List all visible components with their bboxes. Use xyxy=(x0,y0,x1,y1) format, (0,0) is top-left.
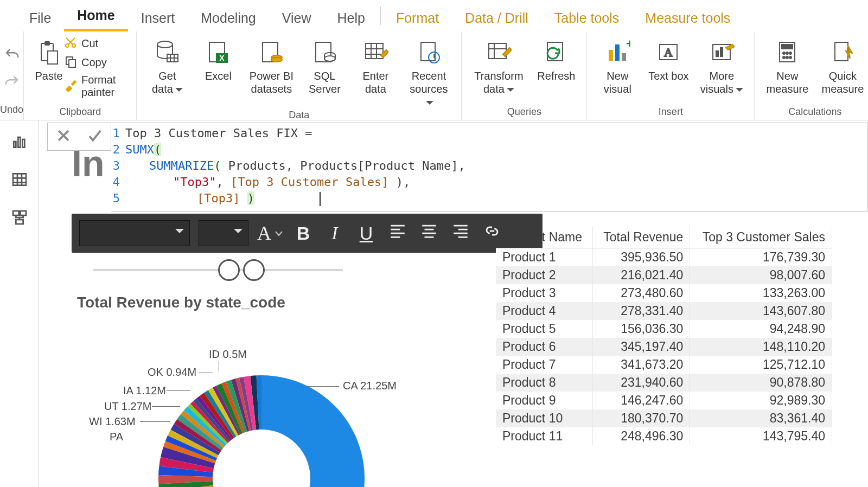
tab-modeling[interactable]: Modeling xyxy=(188,6,269,31)
pie-label-pa: PA xyxy=(110,431,123,443)
table-row[interactable]: Product 8231,940.6090,878.80 xyxy=(496,374,832,392)
table-row[interactable]: Product 4278,331.40143,607.80 xyxy=(496,302,832,320)
scissors-icon xyxy=(64,36,77,52)
table-row[interactable]: Product 2216,021.4098,007.60 xyxy=(496,266,832,284)
cell-revenue: 146,247.60 xyxy=(593,392,690,409)
format-painter-button[interactable]: Format painter xyxy=(64,74,126,99)
commit-formula-button[interactable] xyxy=(87,127,103,146)
cancel-formula-button[interactable] xyxy=(55,127,72,146)
paste-button[interactable]: Paste xyxy=(34,35,64,82)
redo-button[interactable] xyxy=(4,74,20,92)
product-table[interactable]: Product Name Total Revenue Top 3 Custome… xyxy=(496,227,868,445)
slider-handle-high[interactable] xyxy=(243,259,265,281)
table-row[interactable]: Product 9146,247.6092,989.30 xyxy=(496,392,832,409)
font-size-dropdown[interactable] xyxy=(199,220,248,246)
svg-rect-18 xyxy=(421,42,435,61)
cell-product: Product 8 xyxy=(496,374,593,392)
table-row[interactable]: Product 1395,936.50176,739.30 xyxy=(496,248,832,267)
svg-rect-46 xyxy=(16,220,23,224)
recent-icon xyxy=(413,37,444,67)
enter-data-button[interactable]: Enter data xyxy=(355,35,396,95)
col-total-revenue[interactable]: Total Revenue xyxy=(593,227,690,248)
report-view-button[interactable] xyxy=(8,130,31,153)
new-visual-button[interactable]: +New visual xyxy=(597,35,638,95)
text-box-button[interactable]: AText box xyxy=(648,35,689,82)
table-row[interactable]: Product 10180,370.7083,361.40 xyxy=(496,409,832,427)
svg-rect-23 xyxy=(615,44,620,61)
excel-button[interactable]: XExcel xyxy=(197,35,239,82)
tab-format[interactable]: Format xyxy=(383,6,452,31)
italic-button[interactable]: I xyxy=(323,223,346,244)
tab-data-drill[interactable]: Data / Drill xyxy=(452,6,541,31)
pbi-datasets-button[interactable]: Power BI datasets xyxy=(248,35,294,95)
align-center-button[interactable] xyxy=(418,222,441,245)
undo-button[interactable] xyxy=(4,47,20,65)
align-left-button[interactable] xyxy=(386,222,409,245)
svg-rect-44 xyxy=(13,211,19,215)
cell-product: Product 2 xyxy=(496,266,593,284)
svg-text:+: + xyxy=(626,39,630,50)
sql-server-button[interactable]: SQL Server xyxy=(304,35,345,95)
cell-top3: 90,878.80 xyxy=(690,374,832,392)
copy-icon xyxy=(64,55,77,71)
range-slider[interactable] xyxy=(93,259,343,281)
pie-label-id: ID 0.5M xyxy=(209,348,247,361)
pie-chart-title: Total Revenue by state_code xyxy=(77,294,285,311)
data-view-button[interactable] xyxy=(8,168,31,191)
cut-button[interactable]: Cut xyxy=(64,36,126,52)
quick-measure-button[interactable]: Quick measure xyxy=(820,35,865,95)
cell-product: Product 7 xyxy=(496,356,593,374)
font-color-button[interactable]: A xyxy=(257,222,283,245)
svg-rect-20 xyxy=(489,43,506,59)
pie-label-ok: OK 0.94M xyxy=(148,366,196,379)
tab-measure-tools[interactable]: Measure tools xyxy=(632,6,743,31)
svg-rect-32 xyxy=(782,44,793,49)
tab-help[interactable]: Help xyxy=(324,6,378,31)
refresh-icon xyxy=(541,37,571,67)
pie-label-ca: CA 21.25M xyxy=(343,380,397,392)
svg-point-14 xyxy=(271,57,282,62)
queries-group-label: Queries xyxy=(471,105,577,118)
clipboard-group-label: Clipboard xyxy=(34,105,126,118)
model-view-button[interactable] xyxy=(8,206,31,229)
refresh-button[interactable]: Refresh xyxy=(535,35,577,82)
table-row[interactable]: Product 6345,197.40148,110.20 xyxy=(496,338,832,356)
more-visuals-button[interactable]: More visuals xyxy=(699,35,744,95)
tab-file[interactable]: File xyxy=(16,6,64,31)
data-group-label: Data xyxy=(146,108,451,121)
cell-revenue: 156,036.30 xyxy=(593,320,690,338)
calculations-group: New measure Quick measure Calculations xyxy=(755,31,868,120)
svg-point-36 xyxy=(783,56,785,59)
formula-editor[interactable]: 1Top 3 Customer Sales FIX = 2SUMX( 3SUMM… xyxy=(111,123,868,212)
ribbon-tabstrip: File Home Insert Modeling View Help Form… xyxy=(0,0,868,31)
col-top3-sales[interactable]: Top 3 Customer Sales xyxy=(690,227,832,248)
copy-button[interactable]: Copy xyxy=(64,55,126,71)
paintbrush-icon xyxy=(64,79,77,94)
table-row[interactable]: Product 7341,673.20125,712.10 xyxy=(496,356,832,374)
svg-text:X: X xyxy=(220,54,225,62)
tab-view[interactable]: View xyxy=(269,6,324,31)
tab-table-tools[interactable]: Table tools xyxy=(541,6,633,31)
svg-text:A: A xyxy=(664,46,673,59)
tab-home[interactable]: Home xyxy=(64,3,127,31)
table-row[interactable]: Product 3273,480.60133,263.00 xyxy=(496,284,832,302)
table-row[interactable]: Product 11248,496.30143,795.40 xyxy=(496,427,832,445)
align-right-button[interactable] xyxy=(449,222,472,245)
report-canvas[interactable]: In 1Top 3 Customer Sales FIX = 2SUMX( 3S… xyxy=(39,120,868,487)
svg-rect-2 xyxy=(48,51,58,64)
new-measure-button[interactable]: New measure xyxy=(764,35,810,95)
database-icon xyxy=(152,37,182,67)
recent-sources-button[interactable]: Recent sources xyxy=(406,35,451,108)
cell-revenue: 345,197.40 xyxy=(593,338,690,356)
table-row[interactable]: Product 5156,036.3094,248.90 xyxy=(496,320,832,338)
slider-handle-low[interactable] xyxy=(218,259,240,281)
cell-revenue: 216,021.40 xyxy=(593,266,690,284)
get-data-button[interactable]: Get data xyxy=(146,35,188,95)
underline-button[interactable]: U xyxy=(355,223,378,244)
col-product-name[interactable]: Product Name xyxy=(496,227,593,248)
font-family-dropdown[interactable] xyxy=(79,220,190,246)
transform-data-button[interactable]: Transform data xyxy=(471,35,526,95)
bold-button[interactable]: B xyxy=(292,223,315,244)
tab-insert[interactable]: Insert xyxy=(128,6,188,31)
data-group: Get data XExcel Power BI datasets SQL Se… xyxy=(137,31,462,120)
